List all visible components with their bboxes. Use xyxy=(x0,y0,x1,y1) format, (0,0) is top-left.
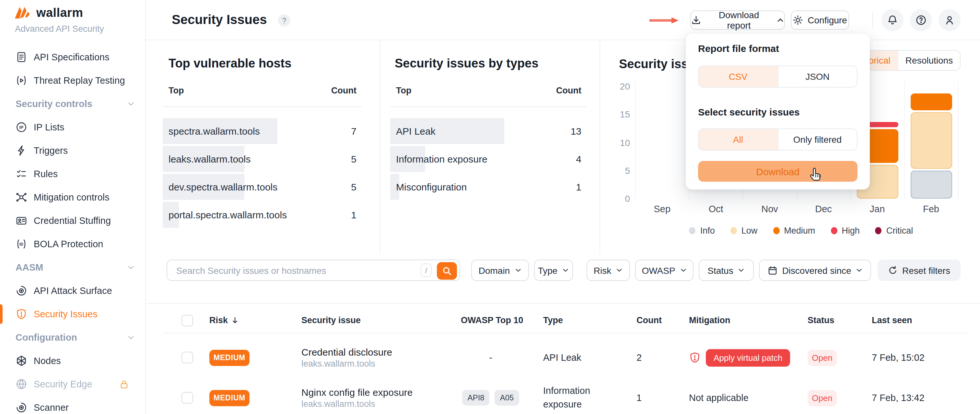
sidebar-item-scanner[interactable]: Scanner xyxy=(0,396,146,414)
risk-badge: MEDIUM xyxy=(209,349,250,366)
list-item[interactable]: leaks.wallarm.tools5 xyxy=(163,145,362,173)
app-logo[interactable]: wallarm xyxy=(14,6,83,20)
scope-option-only-filtered[interactable]: Only filtered xyxy=(778,129,857,150)
sidebar-item-threat-replay-testing[interactable]: Threat Replay Testing xyxy=(0,69,146,92)
chevron-down-icon xyxy=(562,267,569,274)
sidebar-item-credential-stuffing[interactable]: Credential Stuffing xyxy=(0,209,146,232)
legend-item-low[interactable]: Low xyxy=(730,226,758,235)
sidebar-item-label: Credential Stuffing xyxy=(34,216,111,226)
column-header-count[interactable]: Count xyxy=(636,315,662,325)
sidebar-item-label: Nodes xyxy=(34,356,61,366)
page-help-icon[interactable]: ? xyxy=(278,14,290,27)
sidebar-item-mitigation-controls[interactable]: Mitigation controls xyxy=(0,185,146,209)
format-option-json[interactable]: JSON xyxy=(778,66,857,87)
sidebar-item-triggers[interactable]: Triggers xyxy=(0,139,146,162)
count-value: 13 xyxy=(571,125,581,136)
table-row[interactable]: MEDIUMNginx config file exposureleaks.wa… xyxy=(0,378,980,414)
chevron-down-icon xyxy=(514,267,522,274)
panel-hosts-title: Top vulnerable hosts xyxy=(169,56,291,71)
list-item[interactable]: Information exposure4 xyxy=(390,145,587,173)
chevron-down-icon xyxy=(616,267,623,274)
column-header-last-seen[interactable]: Last seen xyxy=(872,315,912,325)
issue-title: Credential disclosure xyxy=(301,347,392,358)
legend-dot xyxy=(830,227,837,234)
search-input[interactable] xyxy=(167,260,420,280)
legend-item-high[interactable]: High xyxy=(830,226,860,235)
sidebar-item-label: Security Issues xyxy=(34,309,97,319)
sidebar-item-api-attack-surface[interactable]: API Attack Surface xyxy=(0,279,146,302)
sidebar-item-rules[interactable]: Rules xyxy=(0,162,146,185)
search-button[interactable] xyxy=(437,262,457,280)
sidebar-section-aasm[interactable]: AASM xyxy=(0,256,146,279)
sidebar-item-label: BOLA Protection xyxy=(34,239,103,249)
table-row[interactable]: MEDIUMCredential disclosureleaks.wallarm… xyxy=(0,337,980,378)
column-header-status[interactable]: Status xyxy=(808,315,835,325)
sidebar-section-security-controls[interactable]: Security controls xyxy=(0,92,146,115)
list-item[interactable]: spectra.wallarm.tools7 xyxy=(163,117,362,145)
list-item[interactable]: API Leak13 xyxy=(390,117,587,145)
select-all-checkbox[interactable] xyxy=(181,315,193,326)
column-header-risk[interactable]: Risk xyxy=(209,315,239,325)
y-axis-tick: 5 xyxy=(611,165,630,176)
download-report-button[interactable]: Download report xyxy=(690,10,785,30)
annotation-arrow xyxy=(649,17,679,24)
id-card-icon xyxy=(16,215,27,227)
sidebar-item-api-specifications[interactable]: API Specifications xyxy=(0,45,146,69)
scope-option-all[interactable]: All xyxy=(699,129,778,150)
risk-filter[interactable]: Risk xyxy=(587,260,630,281)
legend-item-medium[interactable]: Medium xyxy=(773,226,815,235)
legend-item-info[interactable]: Info xyxy=(689,226,715,235)
issue-cell: Nginx config file exposureleaks.wallarm.… xyxy=(301,378,413,414)
column-label: Last seen xyxy=(872,315,912,325)
popup-download-button[interactable]: Download xyxy=(698,161,858,182)
bar-segment-low xyxy=(910,113,952,169)
sidebar-item-ip-lists[interactable]: IPIP Lists xyxy=(0,115,146,139)
column-header-owasp-top-10[interactable]: OWASP Top 10 xyxy=(461,315,523,325)
list-item[interactable]: portal.spectra.wallarm.tools1 xyxy=(163,200,362,229)
column-header-security-issue[interactable]: Security issue xyxy=(301,315,361,325)
user-menu-button[interactable] xyxy=(939,9,961,31)
type-name: API Leak xyxy=(396,125,436,136)
format-option-csv[interactable]: CSV xyxy=(699,66,778,87)
row-select-cell xyxy=(181,378,193,414)
issue-hostname: leaks.wallarm.tools xyxy=(301,359,375,369)
row-checkbox[interactable] xyxy=(181,352,193,363)
list-item[interactable]: Misconfiguration1 xyxy=(390,173,587,200)
apply-virtual-patch-button[interactable]: Apply virtual patch xyxy=(706,349,790,366)
reset-filters-button[interactable]: Reset filters xyxy=(878,260,961,281)
status-cell: Open xyxy=(808,337,837,378)
notifications-button[interactable] xyxy=(881,9,904,31)
column-header-mitigation[interactable]: Mitigation xyxy=(689,315,730,325)
sidebar-item-label: Security Edge xyxy=(34,379,92,389)
app-subtitle: Advanced API Security xyxy=(15,24,104,34)
configure-button[interactable]: Configure xyxy=(791,10,849,30)
discovered-since-filter[interactable]: Discovered since xyxy=(759,260,871,281)
domain-filter[interactable]: Domain xyxy=(471,260,529,281)
sidebar-section-configuration[interactable]: Configuration xyxy=(0,326,146,349)
x-axis-label: Jan xyxy=(856,204,898,214)
tab-resolutions[interactable]: Resolutions xyxy=(898,51,960,70)
panel-divider xyxy=(380,40,380,254)
list-item[interactable]: dev.spectra.wallarm.tools5 xyxy=(163,173,362,200)
chevron-up-icon xyxy=(776,16,784,24)
last-seen-value: 7 Feb, 13:42 xyxy=(872,393,924,403)
sidebar-item-bola-protection[interactable]: IDBOLA Protection xyxy=(0,232,146,256)
scanner-icon xyxy=(16,402,27,413)
mitigation-text: Not applicable xyxy=(689,393,749,403)
legend-item-critical[interactable]: Critical xyxy=(875,226,913,235)
help-button[interactable] xyxy=(910,9,932,31)
row-checkbox[interactable] xyxy=(181,392,193,404)
count-value: 1 xyxy=(636,393,642,403)
mitigation-cell: Not applicable xyxy=(689,378,749,414)
sidebar-item-security-issues[interactable]: Security Issues xyxy=(0,302,146,326)
sidebar-item-security-edge[interactable]: Security Edge xyxy=(0,372,146,396)
sidebar-item-nodes[interactable]: Nodes xyxy=(0,349,146,372)
column-header-type[interactable]: Type xyxy=(543,315,563,325)
report-file-format-heading: Report file format xyxy=(698,43,779,54)
x-axis-label: Sep xyxy=(641,204,683,214)
slash-shortcut-key: / xyxy=(421,264,432,277)
status-filter[interactable]: Status xyxy=(699,260,754,281)
type-filter[interactable]: Type xyxy=(534,260,573,281)
owasp-filter[interactable]: OWASP xyxy=(635,260,694,281)
chevron-down-icon xyxy=(680,267,687,274)
